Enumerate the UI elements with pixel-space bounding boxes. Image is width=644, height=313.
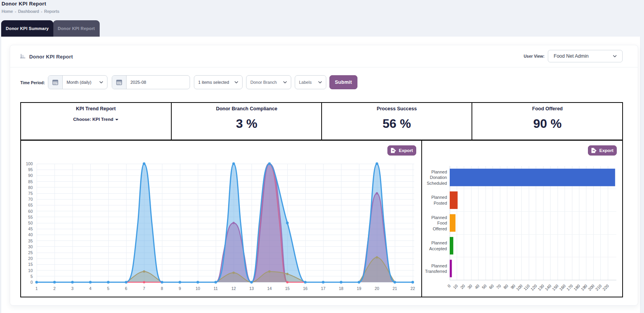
- svg-text:6: 6: [125, 286, 127, 291]
- svg-text:80: 80: [502, 283, 509, 290]
- svg-text:12: 12: [231, 286, 236, 291]
- svg-text:Planned: Planned: [431, 215, 447, 220]
- svg-text:120: 120: [530, 283, 538, 292]
- svg-text:170: 170: [566, 283, 574, 292]
- svg-text:Planned: Planned: [431, 263, 447, 268]
- svg-text:110: 110: [523, 283, 530, 291]
- svg-text:15: 15: [285, 286, 290, 291]
- svg-text:4: 4: [89, 286, 91, 291]
- svg-text:21: 21: [392, 286, 397, 291]
- svg-text:3: 3: [71, 286, 74, 291]
- svg-text:Food: Food: [437, 221, 447, 225]
- svg-text:85: 85: [28, 179, 33, 184]
- svg-text:Planned: Planned: [431, 195, 447, 200]
- svg-text:70: 70: [495, 283, 502, 290]
- svg-text:200: 200: [587, 283, 595, 292]
- svg-text:40: 40: [28, 232, 33, 237]
- svg-text:50: 50: [28, 221, 33, 225]
- svg-text:5: 5: [30, 274, 33, 279]
- svg-text:1: 1: [35, 286, 38, 291]
- svg-text:15: 15: [28, 262, 33, 267]
- svg-text:80: 80: [28, 185, 33, 190]
- svg-text:130: 130: [537, 283, 545, 292]
- svg-text:10: 10: [452, 283, 459, 290]
- svg-text:95: 95: [28, 167, 33, 172]
- svg-text:180: 180: [573, 283, 581, 292]
- svg-text:19: 19: [357, 286, 361, 291]
- svg-text:210: 210: [594, 283, 602, 292]
- svg-text:70: 70: [28, 197, 33, 202]
- svg-text:Accepted: Accepted: [429, 246, 447, 251]
- svg-text:20: 20: [28, 256, 33, 261]
- svg-text:45: 45: [28, 226, 33, 231]
- svg-text:14: 14: [267, 286, 272, 291]
- svg-text:60: 60: [488, 283, 494, 290]
- svg-text:90: 90: [510, 283, 516, 290]
- svg-text:20: 20: [459, 283, 466, 290]
- svg-text:16: 16: [303, 286, 308, 291]
- svg-text:18: 18: [339, 286, 343, 291]
- svg-text:5: 5: [107, 286, 109, 291]
- svg-text:Transferred: Transferred: [425, 269, 447, 274]
- svg-text:220: 220: [602, 283, 610, 292]
- svg-text:40: 40: [474, 283, 480, 290]
- svg-text:9: 9: [179, 286, 181, 291]
- svg-text:50: 50: [481, 283, 487, 290]
- svg-text:60: 60: [28, 209, 33, 214]
- svg-text:0: 0: [447, 283, 452, 288]
- svg-text:Donation: Donation: [430, 175, 447, 180]
- svg-text:30: 30: [466, 283, 473, 290]
- svg-text:10: 10: [195, 286, 200, 291]
- svg-text:150: 150: [551, 283, 560, 292]
- svg-text:100: 100: [515, 283, 523, 292]
- svg-text:140: 140: [544, 283, 552, 292]
- svg-text:35: 35: [28, 239, 33, 243]
- svg-text:8: 8: [161, 286, 163, 291]
- svg-text:25: 25: [28, 250, 33, 255]
- svg-text:Planned: Planned: [431, 170, 447, 174]
- svg-text:17: 17: [321, 286, 326, 291]
- svg-text:0: 0: [30, 280, 33, 285]
- svg-text:75: 75: [28, 191, 33, 196]
- svg-text:Scheduled: Scheduled: [427, 181, 447, 186]
- svg-text:Posted: Posted: [434, 201, 447, 205]
- svg-text:30: 30: [28, 244, 33, 249]
- svg-text:Planned: Planned: [431, 240, 447, 245]
- svg-text:2: 2: [53, 286, 56, 291]
- svg-text:7: 7: [143, 286, 145, 291]
- svg-text:Offered: Offered: [433, 226, 447, 231]
- svg-text:22: 22: [410, 286, 415, 291]
- svg-text:190: 190: [580, 283, 588, 292]
- svg-text:13: 13: [249, 286, 254, 291]
- svg-text:10: 10: [28, 268, 33, 273]
- svg-text:100: 100: [26, 161, 33, 166]
- svg-text:11: 11: [214, 286, 218, 291]
- svg-text:20: 20: [375, 286, 379, 291]
- svg-text:160: 160: [558, 283, 567, 292]
- svg-text:55: 55: [28, 215, 33, 219]
- svg-text:65: 65: [28, 203, 33, 207]
- svg-text:90: 90: [28, 173, 33, 178]
